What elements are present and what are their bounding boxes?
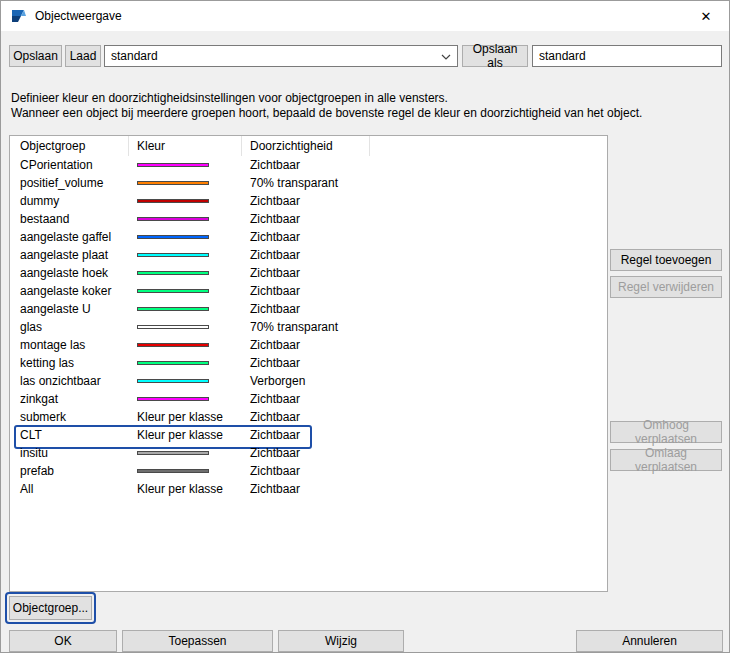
chevron-down-icon	[441, 54, 451, 60]
cancel-button[interactable]: Annuleren	[576, 630, 723, 652]
row-color-cell	[129, 451, 242, 455]
row-group: aangelaste koker	[10, 284, 129, 298]
row-color-swatch	[137, 325, 209, 329]
row-group: aangelaste plaat	[10, 248, 129, 262]
row-color-cell	[129, 253, 242, 257]
row-color-cell: Kleur per klasse	[129, 428, 242, 442]
row-transparency: Zichtbaar	[242, 428, 300, 442]
close-button[interactable]: ✕	[683, 1, 729, 31]
row-group: glas	[10, 320, 129, 334]
row-color-cell	[129, 361, 242, 365]
table-row[interactable]: aangelaste hoek Zichtbaar	[10, 264, 607, 282]
row-transparency: Zichtbaar	[242, 248, 300, 262]
row-color-text: Kleur per klasse	[137, 428, 223, 442]
row-transparency: Zichtbaar	[242, 482, 300, 496]
row-group: insitu	[10, 446, 129, 460]
row-group: All	[10, 482, 129, 496]
table-row[interactable]: zinkgat Zichtbaar	[10, 390, 607, 408]
row-group: aangelaste gaffel	[10, 230, 129, 244]
row-color-cell: Kleur per klasse	[129, 482, 242, 496]
row-group: montage las	[10, 338, 129, 352]
row-transparency: Zichtbaar	[242, 212, 300, 226]
ok-button[interactable]: OK	[9, 630, 117, 652]
row-color-swatch	[137, 397, 209, 401]
add-rule-button[interactable]: Regel toevoegen	[610, 249, 722, 271]
table-row[interactable]: positief_volume 70% transparant	[10, 174, 607, 192]
table-row[interactable]: CLT Kleur per klasse Zichtbaar	[10, 426, 607, 444]
row-transparency: Zichtbaar	[242, 356, 300, 370]
save-button[interactable]: Opslaan	[9, 45, 62, 67]
row-transparency: Zichtbaar	[242, 266, 300, 280]
move-up-button[interactable]: Omhoog verplaatsen	[610, 421, 722, 443]
table-row[interactable]: All Kleur per klasse Zichtbaar	[10, 480, 607, 498]
table-row[interactable]: aangelaste plaat Zichtbaar	[10, 246, 607, 264]
table-row[interactable]: ketting las Zichtbaar	[10, 354, 607, 372]
table-row[interactable]: submerk Kleur per klasse Zichtbaar	[10, 408, 607, 426]
row-transparency: Zichtbaar	[242, 392, 300, 406]
row-group: ketting las	[10, 356, 129, 370]
row-color-cell	[129, 325, 242, 329]
description-text: Definieer kleur en doorzichtigheidsinste…	[11, 91, 642, 121]
row-color-text: Kleur per klasse	[137, 410, 223, 424]
row-transparency: Zichtbaar	[242, 158, 300, 172]
row-color-swatch	[137, 343, 209, 347]
title-bar: Objectweergave ✕	[1, 1, 729, 31]
row-transparency: Zichtbaar	[242, 464, 300, 478]
row-group: CLT	[10, 428, 129, 442]
row-group: las onzichtbaar	[10, 374, 129, 388]
table-row[interactable]: bestaand Zichtbaar	[10, 210, 607, 228]
row-color-text: Kleur per klasse	[137, 482, 223, 496]
row-color-cell	[129, 397, 242, 401]
preset-combobox[interactable]: standard	[104, 45, 458, 67]
load-button[interactable]: Laad	[65, 45, 101, 67]
objectgroep-button[interactable]: Objectgroep...	[9, 596, 92, 620]
table-row[interactable]: CPorientation Zichtbaar	[10, 156, 607, 174]
row-color-swatch	[137, 469, 209, 473]
row-color-cell: Kleur per klasse	[129, 410, 242, 424]
row-color-swatch	[137, 361, 209, 365]
row-color-cell	[129, 271, 242, 275]
save-as-input[interactable]	[532, 45, 722, 67]
table-row[interactable]: dummy Zichtbaar	[10, 192, 607, 210]
column-header-doorzichtigheid: Doorzichtigheid	[242, 136, 370, 156]
table-row[interactable]: montage las Zichtbaar	[10, 336, 607, 354]
row-transparency: 70% transparant	[242, 176, 338, 190]
row-color-cell	[129, 217, 242, 221]
row-color-cell	[129, 379, 242, 383]
table-row[interactable]: aangelaste U Zichtbaar	[10, 300, 607, 318]
table-header: Objectgroep Kleur Doorzichtigheid	[10, 136, 607, 156]
table-row[interactable]: glas 70% transparant	[10, 318, 607, 336]
remove-rule-button[interactable]: Regel verwijderen	[610, 276, 722, 298]
row-color-swatch	[137, 451, 209, 455]
table-row[interactable]: las onzichtbaar Verborgen	[10, 372, 607, 390]
row-color-swatch	[137, 307, 209, 311]
row-color-swatch	[137, 253, 209, 257]
row-color-swatch	[137, 379, 209, 383]
table-row[interactable]: aangelaste koker Zichtbaar	[10, 282, 607, 300]
save-as-button[interactable]: Opslaan als	[462, 45, 528, 67]
preset-combobox-value: standard	[111, 49, 158, 63]
row-group: aangelaste U	[10, 302, 129, 316]
row-transparency: 70% transparant	[242, 320, 338, 334]
row-color-swatch	[137, 163, 209, 167]
row-color-cell	[129, 163, 242, 167]
row-transparency: Zichtbaar	[242, 446, 300, 460]
object-group-table: Objectgroep Kleur Doorzichtigheid CPorie…	[9, 135, 608, 592]
row-color-swatch	[137, 181, 209, 185]
row-transparency: Zichtbaar	[242, 338, 300, 352]
move-down-button[interactable]: Omlaag verplaatsen	[610, 449, 722, 471]
column-header-objectgroep: Objectgroep	[10, 136, 129, 156]
row-group: submerk	[10, 410, 129, 424]
modify-button[interactable]: Wijzig	[278, 630, 404, 652]
table-row[interactable]: insitu Zichtbaar	[10, 444, 607, 462]
apply-button[interactable]: Toepassen	[122, 630, 273, 652]
row-transparency: Zichtbaar	[242, 410, 300, 424]
row-color-cell	[129, 343, 242, 347]
row-group: CPorientation	[10, 158, 129, 172]
row-group: prefab	[10, 464, 129, 478]
row-color-cell	[129, 307, 242, 311]
table-row[interactable]: prefab Zichtbaar	[10, 462, 607, 480]
row-group: dummy	[10, 194, 129, 208]
table-row[interactable]: aangelaste gaffel Zichtbaar	[10, 228, 607, 246]
row-group: zinkgat	[10, 392, 129, 406]
